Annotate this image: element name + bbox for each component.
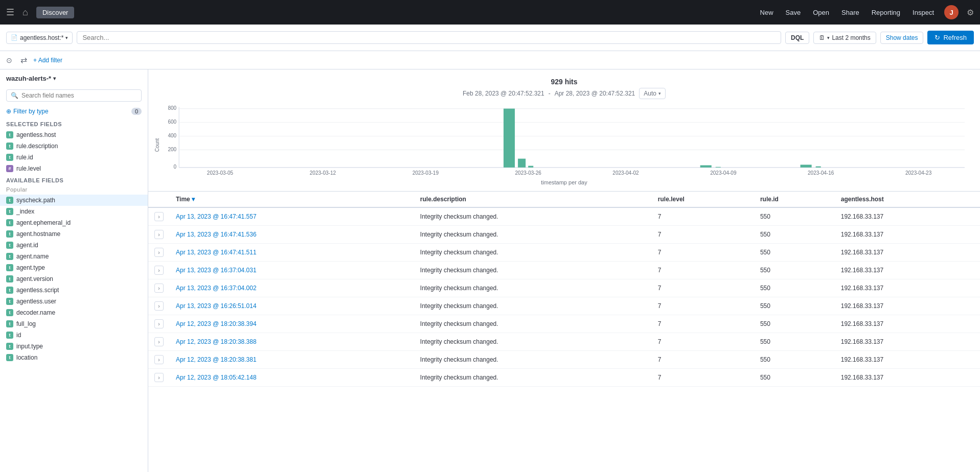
table-row: › Apr 13, 2023 @ 16:47:41.511 Integrity … [148,244,980,262]
filter-by-type-button[interactable]: ⊕ Filter by type [6,108,49,115]
field-name: rule.level [16,165,41,172]
nav-reporting-link[interactable]: Reporting [870,9,902,16]
table-row: › Apr 13, 2023 @ 16:47:41.536 Integrity … [148,226,980,244]
expand-row-button[interactable]: › [154,284,164,293]
expand-row-button[interactable]: › [154,212,164,221]
field-search-input[interactable] [21,92,137,99]
available-fields-label: Available fields [0,174,148,185]
selected-field-rule-id[interactable]: t rule.id [0,152,148,163]
field-full-log[interactable]: t full_log [0,318,148,329]
field-type-icon: t [6,242,13,249]
date-range-selector[interactable]: 🗓 ▾ Last 2 months [813,32,876,44]
expand-cell: › [148,279,170,297]
selected-field-agentless-host[interactable]: t agentless.host [0,129,148,140]
histogram-bar[interactable] [518,159,526,168]
field-agent-id[interactable]: t agent.id [0,240,148,251]
nav-open-link[interactable]: Open [811,9,831,16]
histogram-bar[interactable] [528,166,533,168]
field-agent-ephemeral-id[interactable]: t agent.ephemeral_id [0,217,148,228]
filter-type-row: ⊕ Filter by type 0 [0,106,148,118]
table-row: › Apr 12, 2023 @ 18:20:38.394 Integrity … [148,315,980,333]
expand-cell: › [148,297,170,315]
expand-row-button[interactable]: › [154,355,164,364]
collapse-sidebar-icon[interactable]: ⇄ [18,55,29,65]
time-cell: Apr 12, 2023 @ 18:20:38.388 [170,333,414,351]
expand-row-button[interactable]: › [154,301,164,311]
field-agent-type[interactable]: t agent.type [0,262,148,273]
field-type-icon: t [6,131,13,138]
field-agent-name[interactable]: t agent.name [0,251,148,262]
query-input[interactable] [82,34,776,41]
field-search-wrap[interactable]: 🔍 [6,89,142,102]
host-cell: 192.168.33.137 [835,315,980,333]
hamburger-icon[interactable]: ☰ [6,7,14,18]
field-decoder-name[interactable]: t decoder.name [0,307,148,318]
chevron-down-icon: ▾ [53,76,56,81]
rule-id-cell: 550 [754,369,835,387]
index-pattern-selector[interactable]: wazuh-alerts-* ▾ [6,75,142,82]
field-_index[interactable]: t _index [0,206,148,217]
home-icon[interactable]: ⌂ [22,7,28,18]
field-agent-hostname[interactable]: t agent.hostname [0,228,148,240]
expand-row-button[interactable]: › [154,337,164,346]
field-input-type[interactable]: t input.type [0,341,148,352]
nav-save-link[interactable]: Save [784,9,803,16]
expand-row-button[interactable]: › [154,266,164,275]
expand-row-button[interactable]: › [154,373,164,382]
discover-badge[interactable]: Discover [36,7,75,18]
expand-row-button[interactable]: › [154,230,164,239]
nav-new-link[interactable]: New [758,9,776,16]
gear-icon[interactable]: ⚙ [967,8,974,17]
expand-cell: › [148,351,170,369]
time-col-header[interactable]: Time ▾ [170,192,414,207]
agentless-host-col-header[interactable]: agentless.host [835,192,980,207]
date-range-label: Last 2 months [832,34,870,41]
popular-label: Popular [0,185,148,195]
rule-description-col-header[interactable]: rule.description [414,192,652,207]
nav-share-link[interactable]: Share [839,9,861,16]
avatar[interactable]: J [944,5,959,19]
rule-level-cell: 7 [652,226,754,244]
field-type-icon: t [6,298,13,305]
auto-interval-select[interactable]: Auto ▾ [639,88,666,99]
expand-row-button[interactable]: › [154,319,164,328]
selected-field-rule-level[interactable]: # rule.level [0,163,148,174]
field-agent-version[interactable]: t agent.version [0,273,148,285]
svg-text:800: 800 [168,105,176,110]
show-dates-button[interactable]: Show dates [880,32,924,44]
dql-badge[interactable]: DQL [785,32,809,44]
rule-id-cell: 550 [754,351,835,369]
histogram-bar[interactable] [716,167,721,168]
rule-id-col-header[interactable]: rule.id [754,192,835,207]
rule-level-col-header[interactable]: rule.level [652,192,754,207]
selected-fields-label: Selected fields [0,118,148,129]
field-type-icon: t [6,143,13,150]
refresh-icon: ↻ [935,34,940,41]
field-agentless-script[interactable]: t agentless.script [0,285,148,296]
histogram-bar[interactable] [700,166,712,168]
description-cell: Integrity checksum changed. [414,244,652,262]
field-name: agent.ephemeral_id [16,219,71,226]
field-location[interactable]: t location [0,352,148,363]
host-cell: 192.168.33.137 [835,279,980,297]
expand-row-button[interactable]: › [154,248,164,257]
filter-collapse-icon[interactable]: ⊙ [6,56,12,64]
add-filter-button[interactable]: + Add filter [33,57,62,64]
histogram-bar[interactable] [504,109,515,168]
selected-field-rule-description[interactable]: t rule.description [0,140,148,152]
histogram-bar[interactable] [816,167,821,168]
histogram-bar[interactable] [801,164,812,167]
nav-inspect-link[interactable]: Inspect [910,9,936,16]
time-cell: Apr 13, 2023 @ 16:37:04.002 [170,279,414,297]
field-name: syscheck.path [16,197,55,204]
rule-id-cell: 550 [754,333,835,351]
refresh-button[interactable]: ↻ Refresh [927,31,974,44]
svg-text:600: 600 [168,119,176,124]
field-agentless-user[interactable]: t agentless.user [0,296,148,307]
rule-level-cell: 7 [652,207,754,226]
field-syscheck-path[interactable]: t syscheck.path [0,195,148,206]
expand-cell: › [148,226,170,244]
field-id[interactable]: t id [0,329,148,341]
index-selector[interactable]: 📄 agentless.host:* ▾ [6,32,73,44]
query-input-wrap[interactable] [77,31,781,44]
